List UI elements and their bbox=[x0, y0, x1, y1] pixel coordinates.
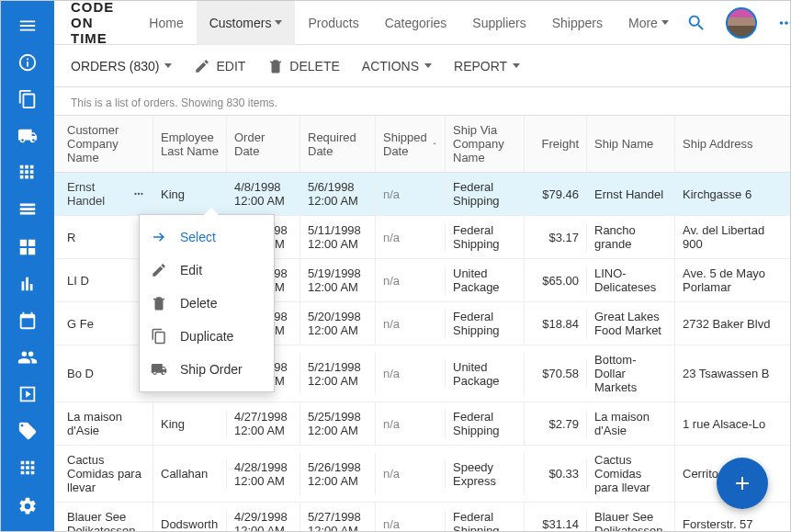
grid-large-icon[interactable] bbox=[1, 229, 54, 264]
cell-shipvia: Federal Shipping bbox=[446, 302, 525, 345]
svg-point-1 bbox=[785, 21, 788, 25]
col-freight[interactable]: Freight bbox=[525, 116, 587, 172]
summary-text: This is a list of orders. Showing 830 it… bbox=[54, 87, 790, 115]
hamburger-icon[interactable] bbox=[1, 8, 54, 43]
play-icon[interactable] bbox=[1, 377, 54, 412]
pencil-icon bbox=[151, 262, 167, 278]
trash-icon bbox=[267, 58, 284, 74]
col-orderdate[interactable]: Order Date bbox=[227, 116, 300, 172]
cell-shipaddr: Kirchgasse 6 bbox=[675, 180, 790, 209]
grid-small-icon[interactable] bbox=[1, 155, 54, 190]
cell-shippeddate: n/a bbox=[376, 180, 446, 209]
actions-label: ACTIONS bbox=[362, 59, 419, 74]
nav-more[interactable]: More bbox=[616, 1, 682, 45]
ctx-select[interactable]: Select bbox=[140, 221, 274, 254]
ctx-duplicate[interactable]: Duplicate bbox=[140, 320, 274, 353]
edit-button[interactable]: EDIT bbox=[194, 58, 245, 74]
col-shipname[interactable]: Ship Name bbox=[587, 116, 675, 172]
col-customer[interactable]: Customer Company Name bbox=[54, 116, 153, 172]
cell-shipvia: Federal Shipping bbox=[446, 503, 525, 532]
col-shipaddr[interactable]: Ship Address bbox=[675, 116, 790, 172]
cell-freight: $31.14 bbox=[525, 510, 587, 533]
arrow-right-icon bbox=[151, 229, 167, 245]
cell-requireddate: 5/6/1998 12:00 AM bbox=[300, 173, 376, 215]
cell-shipname: La maison d'Asie bbox=[587, 402, 675, 445]
edit-label: EDIT bbox=[216, 59, 245, 74]
cell-requireddate: 5/21/1998 12:00 AM bbox=[300, 353, 376, 395]
ctx-delete[interactable]: Delete bbox=[140, 287, 274, 320]
report-button[interactable]: REPORT bbox=[454, 59, 520, 74]
svg-point-0 bbox=[780, 21, 784, 25]
cell-freight: $79.46 bbox=[525, 180, 587, 209]
ctx-edit[interactable]: Edit bbox=[140, 254, 274, 287]
bar-chart-icon[interactable] bbox=[1, 266, 54, 301]
ctx-ship[interactable]: Ship Order bbox=[140, 353, 274, 386]
cell-shipaddr: 23 Tsawassen B bbox=[675, 359, 790, 388]
apps-icon[interactable] bbox=[1, 450, 54, 485]
cell-employee: King bbox=[153, 180, 227, 209]
col-employee[interactable]: Employee Last Name bbox=[153, 116, 227, 172]
cell-shipaddr: 2732 Baker Blvd bbox=[675, 310, 790, 338]
copy-icon[interactable] bbox=[1, 82, 54, 117]
cell-shippeddate: n/a bbox=[376, 510, 446, 533]
col-shipvia[interactable]: Ship Via Company Name bbox=[446, 116, 525, 172]
nav-products[interactable]: Products bbox=[295, 1, 371, 45]
cell-orderdate: 4/8/1998 12:00 AM bbox=[227, 173, 300, 215]
cell-requireddate: 5/20/1998 12:00 AM bbox=[300, 302, 376, 345]
nav-shippers[interactable]: Shippers bbox=[539, 1, 616, 45]
gear-icon[interactable] bbox=[1, 489, 54, 524]
truck-icon[interactable] bbox=[1, 119, 54, 153]
view-title[interactable]: ORDERS (830) bbox=[71, 59, 172, 74]
cell-shipvia: United Package bbox=[446, 353, 525, 395]
sidebar bbox=[1, 1, 54, 531]
delete-button[interactable]: DELETE bbox=[267, 58, 339, 74]
people-icon[interactable] bbox=[1, 340, 54, 375]
cell-shipvia: Federal Shipping bbox=[446, 216, 525, 258]
tag-icon[interactable] bbox=[1, 413, 54, 448]
avatar[interactable] bbox=[726, 7, 757, 39]
sort-asc-icon bbox=[432, 140, 437, 149]
nav-suppliers[interactable]: Suppliers bbox=[459, 1, 538, 45]
cell-shipname: Great Lakes Food Market bbox=[587, 302, 675, 345]
add-fab[interactable] bbox=[717, 458, 768, 509]
search-icon[interactable] bbox=[682, 8, 711, 38]
cell-freight: $2.79 bbox=[525, 410, 587, 438]
cell-freight: $3.17 bbox=[525, 223, 587, 252]
col-shippeddate-label: Shipped Date bbox=[383, 130, 428, 158]
more-horizontal-icon[interactable] bbox=[772, 8, 791, 38]
col-shippeddate[interactable]: Shipped Date bbox=[376, 116, 446, 172]
actions-button[interactable]: ACTIONS bbox=[362, 59, 432, 74]
calendar-icon[interactable] bbox=[1, 303, 54, 338]
cell-customer: Ernst Handel bbox=[54, 173, 153, 215]
chevron-down-icon bbox=[424, 63, 432, 68]
chevron-down-icon bbox=[661, 20, 669, 25]
cell-freight: $0.33 bbox=[525, 459, 587, 488]
cell-requireddate: 5/25/1998 12:00 AM bbox=[300, 402, 376, 445]
row-more-icon[interactable] bbox=[132, 187, 145, 201]
cell-shipname: LINO-Delicateses bbox=[587, 259, 675, 301]
info-icon[interactable] bbox=[1, 45, 54, 80]
table-row[interactable]: La maison d'AsieKing4/27/1998 12:00 AM5/… bbox=[54, 402, 790, 446]
nav-home[interactable]: Home bbox=[136, 1, 196, 45]
truck-icon bbox=[151, 361, 167, 378]
nav-more-label: More bbox=[628, 16, 658, 30]
cell-shippeddate: n/a bbox=[376, 459, 446, 488]
table-row[interactable]: Ernst HandelKing4/8/1998 12:00 AM5/6/199… bbox=[54, 173, 790, 216]
col-requireddate[interactable]: Required Date bbox=[300, 116, 376, 172]
list-icon[interactable] bbox=[1, 192, 54, 227]
table-row[interactable]: Blauer See DelikatessenDodsworth4/29/199… bbox=[54, 503, 790, 532]
trash-icon bbox=[151, 295, 167, 311]
cell-customer: La maison d'Asie bbox=[54, 402, 153, 445]
ctx-edit-label: Edit bbox=[180, 263, 202, 277]
cell-shippeddate: n/a bbox=[376, 310, 446, 338]
toolbar: ORDERS (830) EDIT DELETE ACTIONS REPORT bbox=[54, 45, 790, 87]
plus-icon bbox=[731, 472, 753, 494]
nav-customers[interactable]: Customers bbox=[197, 1, 296, 45]
chevron-down-icon bbox=[275, 20, 282, 25]
ctx-ship-label: Ship Order bbox=[180, 362, 243, 377]
cell-shipaddr: Ave. 5 de Mayo Porlamar bbox=[675, 259, 790, 301]
nav-categories[interactable]: Categories bbox=[372, 1, 460, 45]
table-row[interactable]: Cactus Comidas para llevarCallahan4/28/1… bbox=[54, 446, 790, 503]
cell-customer: Cactus Comidas para llevar bbox=[54, 446, 153, 502]
cell-requireddate: 5/27/1998 12:00 AM bbox=[300, 503, 376, 532]
